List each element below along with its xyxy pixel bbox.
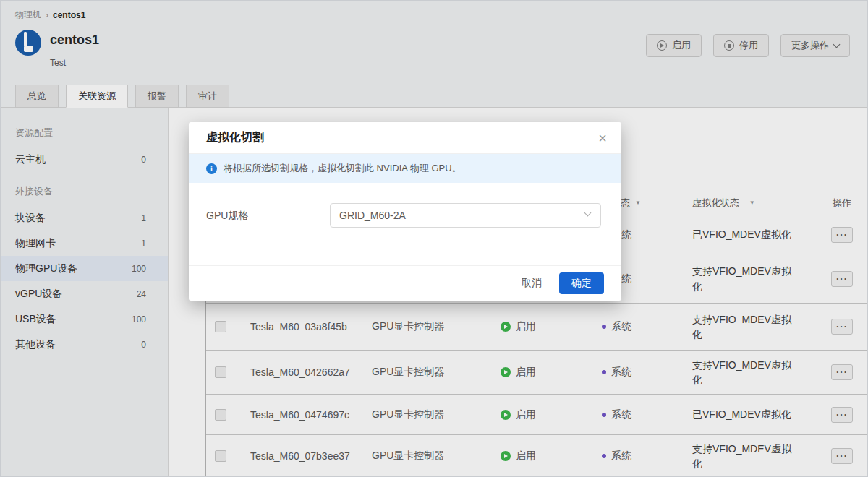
chevron-down-icon: [584, 210, 592, 217]
confirm-button[interactable]: 确定: [559, 272, 604, 294]
gpu-spec-select[interactable]: GRID_M60-2A: [330, 203, 601, 228]
cancel-button[interactable]: 取消: [514, 272, 549, 294]
modal-footer: 取消 确定: [189, 265, 621, 301]
modal-body: GPU规格 GRID_M60-2A: [189, 183, 621, 265]
modal-header: 虚拟化切割 ×: [189, 122, 621, 154]
close-icon[interactable]: ×: [598, 131, 607, 145]
info-banner-text: 将根据所选切割规格，虚拟化切割此 NVIDIA 物理 GPU。: [224, 162, 461, 175]
modal-title: 虚拟化切割: [206, 130, 264, 145]
gpu-spec-label: GPU规格: [206, 203, 330, 228]
info-icon: i: [206, 163, 217, 174]
app-window: 物理机 › centos1 centos1 Test 启用 停用 更多操作 总览…: [0, 0, 868, 477]
gpu-spec-selected-value: GRID_M60-2A: [339, 210, 406, 221]
info-banner: i 将根据所选切割规格，虚拟化切割此 NVIDIA 物理 GPU。: [189, 154, 621, 183]
virtualization-slice-modal: 虚拟化切割 × i 将根据所选切割规格，虚拟化切割此 NVIDIA 物理 GPU…: [189, 122, 621, 301]
